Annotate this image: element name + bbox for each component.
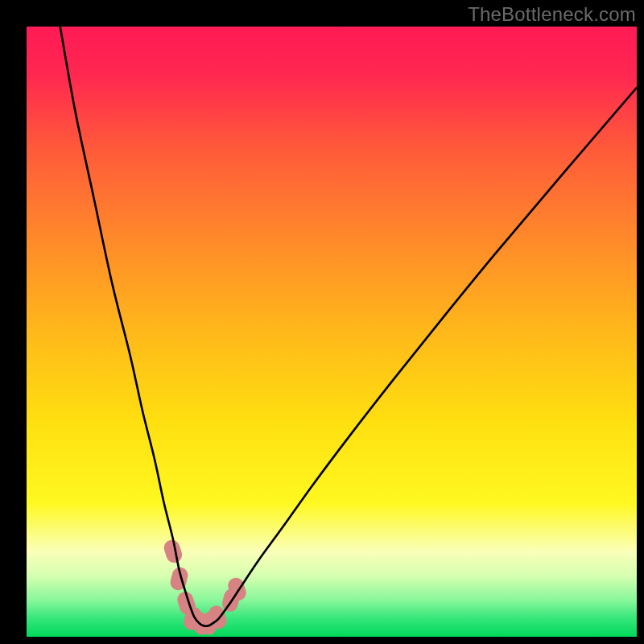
watermark-text: TheBottleneck.com [468,3,636,26]
curve-layer [27,27,637,637]
chart-frame: TheBottleneck.com [0,0,644,644]
bottleneck-curve [60,27,637,626]
plot-area [27,27,637,637]
